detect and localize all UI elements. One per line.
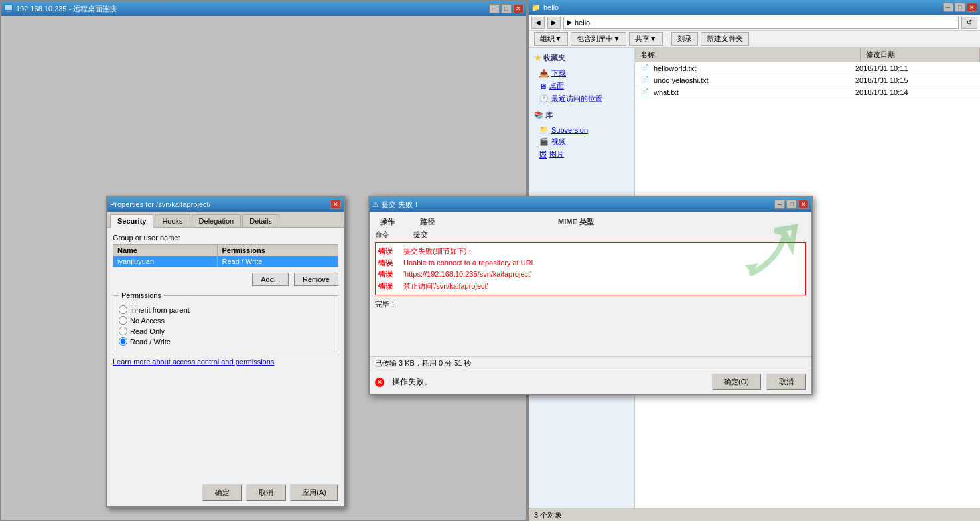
err-msg-4: 禁止访问'/svn/kaifaproject' bbox=[403, 281, 488, 293]
sidebar-video[interactable]: 🎬 视频 bbox=[534, 135, 629, 148]
complete-label: 完毕！ bbox=[375, 300, 397, 308]
props-cancel-btn[interactable]: 取消 bbox=[246, 484, 286, 501]
exp-file-name-2: undo yelaoshi.txt bbox=[654, 76, 855, 84]
pictures-label: 图片 bbox=[549, 149, 564, 159]
user-permissions-table: Name Permissions iyanjiuyuan Read / Writ… bbox=[113, 244, 338, 267]
sidebar-recent[interactable]: 🕐 最近访问的位置 bbox=[534, 92, 629, 105]
remote-desktop-title: 192.168.10.235 - 远程桌面连接 bbox=[16, 4, 489, 14]
exp-file-row-what[interactable]: 📄 what.txt 2018/1/31 10:14 bbox=[635, 86, 980, 98]
explorer-address-bar: ◀ ▶ ▶ hello ↺ bbox=[529, 15, 980, 31]
share-btn[interactable]: 共享▼ bbox=[629, 32, 663, 46]
status-count: 3 个对象 bbox=[534, 510, 562, 520]
exp-file-date-2: 2018/1/31 10:15 bbox=[855, 76, 975, 84]
sidebar-subversion[interactable]: 📁 Subversion bbox=[534, 124, 629, 135]
error-cancel-btn[interactable]: 取消 bbox=[766, 374, 806, 390]
exp-file-icon-1: 📄 bbox=[640, 64, 650, 72]
table-row[interactable]: iyanjiuyuan Read / Write bbox=[113, 256, 338, 267]
exp-file-row-helloworld[interactable]: 📄 helloworld.txt 2018/1/31 10:11 bbox=[635, 62, 980, 74]
explorer-titlebar: 📁 hello ─ □ ✕ bbox=[529, 0, 980, 15]
error-close-btn[interactable]: ✕ bbox=[798, 200, 809, 209]
props-apply-btn[interactable]: 应用(A) bbox=[290, 484, 338, 501]
radio-read-only-input[interactable] bbox=[119, 327, 127, 335]
exp-file-name-1: helloworld.txt bbox=[654, 64, 855, 72]
subversion-icon: 📁 bbox=[539, 125, 549, 134]
back-btn[interactable]: ◀ bbox=[531, 17, 545, 29]
refresh-addr-btn[interactable]: ↺ bbox=[961, 17, 977, 29]
video-icon: 🎬 bbox=[539, 137, 549, 146]
sidebar-desktop[interactable]: 🖥 桌面 bbox=[534, 80, 629, 92]
permissions-fieldset: Permissions Inherit from parent No Acces… bbox=[113, 291, 338, 352]
tab-details[interactable]: Details bbox=[242, 214, 279, 227]
learn-more-link[interactable]: Learn more about access control and perm… bbox=[113, 358, 338, 366]
remote-window-controls: ─ □ ✕ bbox=[489, 4, 524, 13]
recent-label: 最近访问的位置 bbox=[551, 94, 602, 104]
err-label-1: 错误 bbox=[378, 246, 398, 258]
explorer-maximize-btn[interactable]: □ bbox=[955, 3, 965, 12]
exp-file-row-undo[interactable]: 📄 undo yelaoshi.txt 2018/1/31 10:15 bbox=[635, 74, 980, 86]
col-date-h[interactable]: 修改日期 bbox=[861, 48, 980, 62]
error-controls: ─ □ ✕ bbox=[774, 200, 809, 209]
remove-button[interactable]: Remove bbox=[294, 273, 338, 286]
props-close-btn[interactable]: ✕ bbox=[330, 200, 341, 209]
burn-btn[interactable]: 刻录 bbox=[671, 32, 698, 46]
desktop-icon-small: 🖥 bbox=[539, 82, 547, 90]
svg-rect-13 bbox=[7, 11, 11, 12]
error-ok-btn[interactable]: 确定(O) bbox=[712, 374, 761, 390]
exp-file-icon-3: 📄 bbox=[640, 88, 650, 96]
props-titlebar: Properties for /svn/kaifaproject/ ✕ bbox=[107, 197, 344, 212]
radio-read-only: Read Only bbox=[119, 327, 332, 335]
explorer-controls: ─ □ ✕ bbox=[943, 3, 977, 12]
address-box[interactable]: ▶ hello bbox=[563, 17, 959, 29]
sidebar-pictures[interactable]: 🖼 图片 bbox=[534, 148, 629, 161]
explorer-close-btn[interactable]: ✕ bbox=[967, 3, 977, 12]
remote-maximize-btn[interactable]: □ bbox=[501, 4, 512, 13]
remote-minimize-btn[interactable]: ─ bbox=[489, 4, 500, 13]
favorites-label: 收藏夹 bbox=[543, 54, 565, 62]
error-maximize-btn[interactable]: □ bbox=[786, 200, 797, 209]
tab-delegation[interactable]: Delegation bbox=[192, 214, 242, 227]
explorer-title: hello bbox=[543, 3, 943, 11]
forward-btn[interactable]: ▶ bbox=[547, 17, 561, 29]
exp-file-icon-2: 📄 bbox=[640, 76, 650, 84]
error-minimize-btn[interactable]: ─ bbox=[774, 200, 785, 209]
err-label-2: 错误 bbox=[378, 258, 398, 269]
tab-security[interactable]: Security bbox=[110, 214, 153, 228]
exp-file-date-1: 2018/1/31 10:11 bbox=[855, 64, 975, 72]
explorer-minimize-btn[interactable]: ─ bbox=[943, 3, 953, 12]
error-titlebar: ⚠ 提交 失败！ ─ □ ✕ bbox=[370, 197, 811, 212]
status-text: 操作失败。 bbox=[392, 376, 432, 388]
err-msg-1: 提交失败(细节如下)： bbox=[403, 246, 474, 258]
tab-hooks[interactable]: Hooks bbox=[155, 214, 190, 227]
exp-file-date-3: 2018/1/31 10:14 bbox=[855, 88, 975, 96]
add-button[interactable]: Add... bbox=[252, 273, 289, 286]
props-ok-btn[interactable]: 确定 bbox=[202, 484, 242, 501]
toolbar-sep bbox=[667, 33, 667, 45]
radio-inherit-input[interactable] bbox=[119, 305, 127, 314]
remote-desktop-icon bbox=[4, 4, 13, 13]
new-folder-btn[interactable]: 新建文件夹 bbox=[701, 32, 749, 46]
remote-close-btn[interactable]: ✕ bbox=[513, 4, 524, 13]
group-user-label: Group or user name: bbox=[113, 234, 338, 242]
download-label: 下载 bbox=[551, 68, 566, 78]
error-title: 提交 失败！ bbox=[382, 200, 774, 210]
library-icon: 📚 bbox=[534, 111, 543, 119]
exp-file-name-3: what.txt bbox=[654, 88, 855, 96]
organize-btn[interactable]: 组织▼ bbox=[534, 32, 568, 46]
explorer-toolbar: 组织▼ 包含到库中▼ 共享▼ 刻录 新建文件夹 bbox=[529, 31, 980, 48]
pictures-icon: 🖼 bbox=[539, 151, 547, 159]
col-path-header: 路径 bbox=[415, 216, 553, 228]
libraries-label: 库 bbox=[545, 111, 553, 119]
subversion-label: Subversion bbox=[551, 126, 588, 134]
radio-no-access-input[interactable] bbox=[119, 316, 127, 325]
include-library-btn[interactable]: 包含到库中▼ bbox=[571, 32, 626, 46]
col-name-h[interactable]: 名称 bbox=[635, 48, 861, 62]
file-header: 名称 修改日期 bbox=[635, 48, 980, 62]
explorer-icon: 📁 bbox=[531, 3, 541, 12]
props-tabs: Security Hooks Delegation Details bbox=[107, 212, 344, 228]
radio-read-write-input[interactable] bbox=[119, 337, 127, 346]
permissions-legend: Permissions bbox=[119, 291, 164, 299]
radio-read-write: Read / Write bbox=[119, 337, 332, 346]
error-icon: ⚠ bbox=[372, 200, 379, 209]
sidebar-download[interactable]: 📥 下载 bbox=[534, 67, 629, 80]
error-dialog: ⚠ 提交 失败！ ─ □ ✕ 操作 路径 MIME 类型 命令 提交 bbox=[368, 196, 813, 395]
